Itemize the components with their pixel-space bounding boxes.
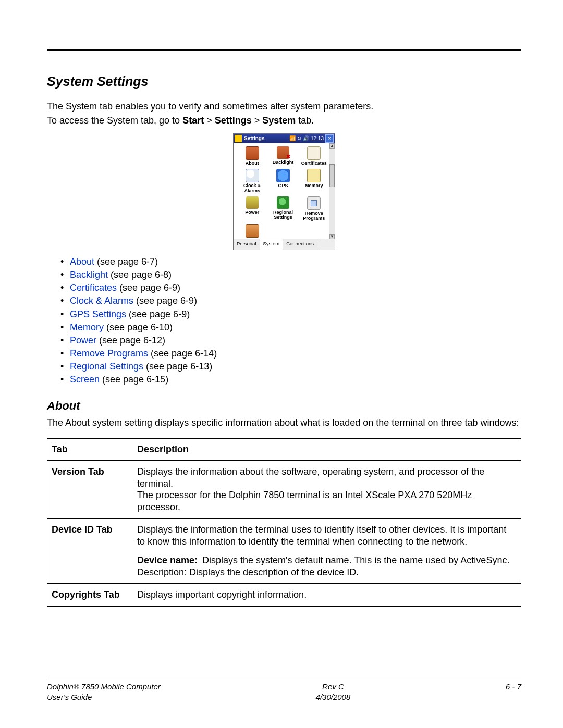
icon-gps: GPS [267,168,298,194]
col-description: Description [133,439,521,461]
tab-personal: Personal [234,239,260,250]
tab-system: System [260,239,284,250]
list-item: GPS Settings (see page 6-9) [60,308,521,321]
page-ref: (see page 6-9) [126,309,190,319]
icon-remove-programs: Remove Programs [299,195,329,222]
power-icon [246,196,259,209]
link-power[interactable]: Power [70,335,96,346]
icon-backlight: Backlight [267,145,298,167]
footer-date: 4/30/2008 [161,692,506,702]
close-icon: × [325,134,334,143]
link-remove-programs[interactable]: Remove Programs [70,348,148,359]
path-system: System [262,115,296,126]
table-row: Device ID Tab Displays the information t… [47,519,521,584]
device-scrollbar: ▲ ▼ [329,143,335,239]
device-tabs: Personal System Connections [234,239,335,250]
heading-about: About [47,399,521,413]
page-footer: Dolphin® 7850 Mobile Computer User's Gui… [47,678,521,702]
page-ref: (see page 6-7) [94,256,158,267]
row-label-copyrights: Copyrights Tab [47,584,133,607]
deviceid-desc-text: Displays the information the terminal us… [137,524,517,547]
scroll-up-icon: ▲ [329,143,335,149]
scroll-thumb [329,164,335,187]
icon-label: Remove Programs [299,211,329,221]
icon-label: Power [245,210,259,215]
memory-icon [307,169,321,182]
icon-label: Certificates [301,161,327,166]
icon-label: Regional Settings [267,210,298,220]
link-backlight[interactable]: Backlight [70,269,108,280]
text: > [204,115,215,126]
list-item: Screen (see page 6-15) [60,373,521,386]
link-about[interactable]: About [70,256,94,267]
start-flag-icon [235,135,242,142]
screen-icon [246,224,259,238]
cross-reference-list: About (see page 6-7) Backlight (see page… [47,255,521,387]
backlight-icon [277,146,289,159]
page-ref: (see page 6-15) [100,374,168,385]
row-desc-version: Displays the information about the softw… [133,461,521,519]
sub-val-description: Displays the description of the device I… [189,567,359,577]
text: tab. [296,115,314,126]
icon-regional: Regional Settings [267,195,298,222]
icon-label: Backlight [273,160,294,165]
text: > [252,115,263,126]
top-rule [47,49,521,51]
footer-center: Rev C 4/30/2008 [161,682,506,702]
link-regional-settings[interactable]: Regional Settings [70,361,143,372]
about-intro: The About system setting displays specif… [47,417,521,429]
link-certificates[interactable]: Certificates [70,282,117,293]
list-item: About (see page 6-7) [60,255,521,268]
table-row: Copyrights Tab Displays important copyri… [47,584,521,607]
page-ref: (see page 6-9) [133,295,197,306]
tab-connections: Connections [283,239,317,250]
row-desc-copyrights: Displays important copyright information… [133,584,521,607]
page-ref: (see page 6-14) [148,348,217,359]
footer-rev: Rev C [161,682,506,692]
link-screen[interactable]: Screen [70,374,100,385]
icon-power: Power [237,195,267,222]
link-gps-settings[interactable]: GPS Settings [70,309,126,319]
icon-about: About [237,145,267,167]
col-tab: Tab [47,439,133,461]
sub-key-description: Description: [137,567,187,577]
deviceid-sub-description: Description: Displays the description of… [137,566,517,578]
sync-icon: ↻ [297,135,301,141]
page-ref: (see page 6-12) [96,335,165,346]
page-ref: (see page 6-8) [108,269,172,280]
icon-certificates: Certificates [299,145,329,167]
about-table: Tab Description Version Tab Displays the… [47,438,521,607]
page-ref: (see page 6-10) [104,322,173,332]
footer-doc-name: User's Guide [47,692,161,702]
list-item: Power (see page 6-12) [60,334,521,347]
list-item: Clock & Alarms (see page 6-9) [60,294,521,307]
signal-icon: 📶 [289,135,296,141]
list-item: Remove Programs (see page 6-14) [60,347,521,360]
remove-programs-icon [307,196,321,210]
table-row: Version Tab Displays the information abo… [47,461,521,519]
path-start: Start [182,115,204,126]
link-memory[interactable]: Memory [70,322,104,332]
volume-icon: 🔊 [303,135,309,141]
list-item: Memory (see page 6-10) [60,321,521,334]
list-item: Backlight (see page 6-8) [60,268,521,281]
deviceid-sub-device-name: Device name: Displays the system's defau… [137,554,517,566]
list-item: Regional Settings (see page 6-13) [60,360,521,373]
device-body: About Backlight Certificates Clock & Ala… [234,143,335,239]
text: To access the System tab, go to [47,115,182,126]
icon-screen: Screen [237,223,267,239]
icon-label: Clock & Alarms [237,183,267,193]
icon-clock-alarms: Clock & Alarms [237,168,267,194]
icon-label: About [246,161,259,166]
path-settings: Settings [215,115,252,126]
row-desc-deviceid: Displays the information the terminal us… [133,519,521,584]
device-screenshot: Settings 📶 ↻ 🔊 12:13 × About Backlight C… [233,133,335,250]
sub-val-device-name: Displays the system's default name. This… [202,555,509,565]
device-title-bar: Settings 📶 ↻ 🔊 12:13 × [234,134,335,143]
page-ref: (see page 6-13) [143,361,212,372]
footer-page-number: 6 - 7 [506,682,521,692]
clock-time: 12:13 [311,135,324,141]
link-clock-alarms[interactable]: Clock & Alarms [70,295,133,306]
intro-paragraph-2: To access the System tab, go to Start > … [47,115,521,127]
certificates-icon [307,146,321,160]
